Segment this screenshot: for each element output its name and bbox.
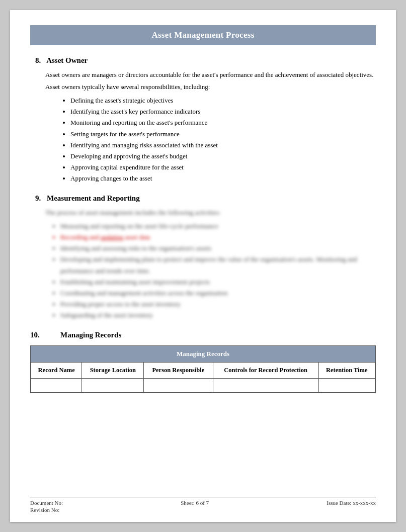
list-item: Monitoring and reporting on the asset's … <box>70 117 376 128</box>
records-table-header: Managing Records <box>31 346 375 362</box>
section-8-heading: 8. Asset Owner <box>35 56 376 65</box>
list-item: Establishing and maintaining asset impro… <box>60 277 376 288</box>
list-item: Safeguarding of the asset inventory <box>60 310 376 321</box>
section-10-heading: 10. Managing Records <box>30 331 376 339</box>
document-page: Asset Management Process 8. Asset Owner … <box>10 10 396 522</box>
footer-left: Document No: Revision No: <box>30 500 63 513</box>
col-controls-record-protection: Controls for Record Protection <box>213 363 318 379</box>
managing-records-table-wrapper: Managing Records Record Name Storage Loc… <box>30 345 376 393</box>
cell-storage-location <box>82 379 144 393</box>
footer-center: Sheet: 6 of 7 <box>181 500 209 506</box>
list-item: Developing and approving the asset's bud… <box>70 151 376 162</box>
list-item: Defining the asset's strategic objective… <box>70 95 376 106</box>
document-title-banner: Asset Management Process <box>30 25 376 45</box>
list-item: Identifying the asset's key performance … <box>70 106 376 117</box>
section-9-body: The process of asset management includes… <box>45 208 376 321</box>
section-9-number: 9. <box>35 194 41 202</box>
list-item: Measuring and reporting on the asset lif… <box>60 221 376 232</box>
document-title: Asset Management Process <box>151 30 254 40</box>
table-header-row: Record Name Storage Location Person Resp… <box>31 363 375 379</box>
cell-person-responsible <box>144 379 213 393</box>
records-table-body <box>31 379 375 393</box>
document-no-label: Document No: <box>30 500 63 506</box>
section-8-title: Asset Owner <box>46 56 88 64</box>
section-8-bullet-list: Defining the asset's strategic objective… <box>70 95 376 184</box>
list-item: Setting targets for the asset's performa… <box>70 129 376 140</box>
list-item: Recording and updating asset data <box>60 232 376 243</box>
section-9-heading: 9. Measurement and Reporting <box>35 194 376 203</box>
col-storage-location: Storage Location <box>82 363 144 379</box>
list-item: Approving changes to the asset <box>70 173 376 184</box>
footer-content: Document No: Revision No: Sheet: 6 of 7 … <box>30 500 376 513</box>
col-record-name: Record Name <box>31 363 82 379</box>
cell-record-name <box>31 379 82 393</box>
cell-controls <box>213 379 318 393</box>
section-8-para1: Asset owners are managers or directors a… <box>45 70 376 80</box>
section-9-intro: The process of asset management includes… <box>45 208 376 218</box>
section-10-number: 10. <box>30 331 60 339</box>
revision-no-label: Revision No: <box>30 507 63 513</box>
issue-date: Issue Date: xx-xxx-xx <box>327 500 376 506</box>
sheet-info: Sheet: 6 of 7 <box>181 500 209 506</box>
list-item: Developing and implementing plans to pro… <box>60 254 376 276</box>
list-item: Approving capital expenditure for the as… <box>70 162 376 173</box>
section-8-number: 8. <box>35 56 41 64</box>
col-person-responsible: Person Responsible <box>144 363 213 379</box>
section-10: 10. Managing Records Managing Records Re… <box>30 331 376 393</box>
section-8-para2: Asset owners typically have several resp… <box>45 82 376 92</box>
section-8: 8. Asset Owner Asset owners are managers… <box>30 56 376 184</box>
records-table: Record Name Storage Location Person Resp… <box>31 362 375 393</box>
table-row <box>31 379 375 393</box>
section-9-title: Measurement and Reporting <box>47 194 140 202</box>
cell-retention-time <box>318 379 375 393</box>
section-10-title: Managing Records <box>60 331 121 339</box>
list-item: Identifying and managing risks associate… <box>70 140 376 151</box>
list-item: Providing proper access to the asset inv… <box>60 299 376 310</box>
section-9-bullet-list: Measuring and reporting on the asset lif… <box>60 221 376 321</box>
section-8-body: Asset owners are managers or directors a… <box>45 70 376 184</box>
page-footer: Document No: Revision No: Sheet: 6 of 7 … <box>30 497 376 513</box>
col-retention-time: Retention Time <box>318 363 375 379</box>
section-9: 9. Measurement and Reporting The process… <box>30 194 376 321</box>
footer-divider <box>30 497 376 497</box>
footer-right: Issue Date: xx-xxx-xx <box>327 500 376 506</box>
list-item: Identifying and assessing risks to the o… <box>60 243 376 254</box>
list-item: Coordinating and management activities a… <box>60 288 376 299</box>
